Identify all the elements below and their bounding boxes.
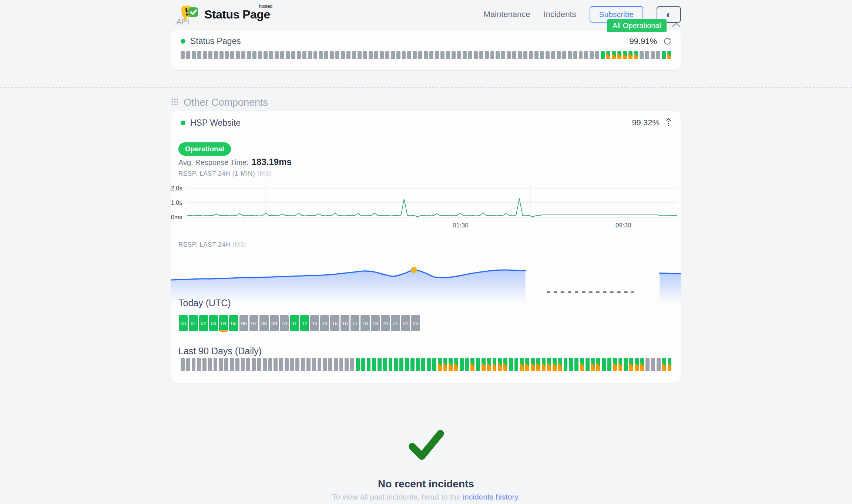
- hour-box-16[interactable]: 16: [341, 315, 349, 331]
- uptime-bar[interactable]: [454, 358, 458, 371]
- uptime-bar[interactable]: [542, 358, 546, 371]
- uptime-bar[interactable]: [219, 358, 223, 371]
- uptime-bar[interactable]: [514, 358, 519, 371]
- uptime-bar[interactable]: [463, 51, 467, 59]
- uptime-bar[interactable]: [569, 358, 573, 371]
- uptime-bar[interactable]: [394, 358, 398, 371]
- uptime-bar[interactable]: [468, 51, 472, 59]
- uptime-bar[interactable]: [662, 358, 666, 371]
- uptime-bar[interactable]: [503, 358, 507, 371]
- uptime-bar[interactable]: [435, 51, 439, 59]
- uptime-bar[interactable]: [440, 51, 445, 59]
- uptime-bar[interactable]: [263, 358, 267, 371]
- uptime-bar[interactable]: [457, 51, 461, 59]
- hour-box-00[interactable]: 00: [179, 315, 188, 331]
- hour-box-06[interactable]: 06: [239, 315, 248, 331]
- uptime-bar[interactable]: [186, 51, 190, 59]
- uptime-bar[interactable]: [219, 51, 224, 59]
- uptime-bar[interactable]: [512, 51, 516, 59]
- uptime-bar[interactable]: [416, 358, 420, 371]
- nav-incidents[interactable]: Incidents: [544, 10, 576, 19]
- uptime-bar[interactable]: [297, 51, 301, 59]
- uptime-bar[interactable]: [361, 358, 365, 371]
- uptime-bar[interactable]: [606, 51, 610, 59]
- uptime-bar[interactable]: [275, 51, 279, 59]
- uptime-bar[interactable]: [476, 358, 480, 371]
- uptime-bar[interactable]: [181, 51, 185, 59]
- uptime-bar[interactable]: [192, 358, 196, 371]
- uptime-bar[interactable]: [574, 358, 578, 371]
- collapse-up-icon[interactable]: [666, 118, 671, 128]
- uptime-bar[interactable]: [247, 51, 251, 59]
- uptime-bar[interactable]: [241, 51, 245, 59]
- uptime-bar[interactable]: [525, 358, 529, 371]
- uptime-bar[interactable]: [335, 51, 339, 59]
- uptime-bar[interactable]: [402, 51, 406, 59]
- uptime-bar[interactable]: [345, 358, 349, 371]
- hour-box-19[interactable]: 19: [371, 315, 380, 331]
- uptime-bar[interactable]: [235, 358, 239, 371]
- uptime-bar[interactable]: [308, 51, 312, 59]
- uptime-bar[interactable]: [551, 51, 555, 59]
- uptime-bar[interactable]: [558, 358, 562, 371]
- uptime-bar[interactable]: [602, 358, 606, 371]
- uptime-bar[interactable]: [410, 358, 415, 371]
- uptime-bar[interactable]: [628, 51, 633, 59]
- uptime-bar[interactable]: [374, 51, 378, 59]
- uptime-bar[interactable]: [580, 358, 584, 371]
- uptime-bar[interactable]: [474, 51, 478, 59]
- daily-response-chart[interactable]: [171, 253, 681, 305]
- uptime-bar[interactable]: [264, 51, 268, 59]
- hour-box-10[interactable]: 10: [280, 315, 289, 331]
- hour-box-17[interactable]: 17: [350, 315, 359, 331]
- hour-box-11[interactable]: 11: [290, 315, 299, 331]
- uptime-bar[interactable]: [470, 358, 474, 371]
- response-time-chart[interactable]: 2.0s1.0s0ms 01:3009:30: [171, 183, 681, 231]
- uptime-bar[interactable]: [286, 51, 290, 59]
- uptime-bar[interactable]: [352, 51, 356, 59]
- hour-box-20[interactable]: 20: [381, 315, 390, 331]
- uptime-bar[interactable]: [285, 358, 289, 371]
- uptime-bar[interactable]: [668, 358, 672, 371]
- uptime-bar[interactable]: [546, 51, 550, 59]
- uptime-bar[interactable]: [553, 358, 557, 371]
- hour-box-15[interactable]: 15: [330, 315, 339, 331]
- uptime-bar[interactable]: [645, 51, 649, 59]
- uptime-bar[interactable]: [562, 51, 566, 59]
- uptime-bar[interactable]: [651, 358, 655, 371]
- hour-box-21[interactable]: 21: [391, 315, 400, 331]
- refresh-icon[interactable]: [663, 37, 671, 45]
- chevron-up-icon[interactable]: [671, 22, 681, 29]
- uptime-bar[interactable]: [479, 51, 483, 59]
- hour-box-13[interactable]: 13: [310, 315, 319, 331]
- uptime-bar[interactable]: [667, 51, 671, 59]
- uptime-bar[interactable]: [586, 358, 590, 371]
- hour-box-14[interactable]: 14: [320, 315, 329, 331]
- uptime-bar[interactable]: [274, 358, 278, 371]
- uptime-bar[interactable]: [269, 51, 273, 59]
- uptime-bar[interactable]: [518, 51, 522, 59]
- uptime-bar[interactable]: [612, 51, 616, 59]
- uptime-bar[interactable]: [181, 358, 185, 371]
- hour-box-18[interactable]: 18: [360, 315, 369, 331]
- uptime-bar[interactable]: [634, 51, 638, 59]
- uptime-bar[interactable]: [380, 51, 384, 59]
- uptime-bar[interactable]: [378, 358, 382, 371]
- uptime-bar[interactable]: [399, 358, 403, 371]
- uptime-bar[interactable]: [498, 358, 502, 371]
- uptime-bar[interactable]: [623, 51, 627, 59]
- uptime-bar[interactable]: [531, 358, 535, 371]
- brand[interactable]: Status Page hosted: [181, 4, 270, 24]
- uptime-bar[interactable]: [363, 51, 367, 59]
- uptime-bar[interactable]: [290, 358, 294, 371]
- uptime-bar[interactable]: [656, 51, 660, 59]
- hour-box-01[interactable]: 01: [189, 315, 198, 331]
- uptime-bar[interactable]: [596, 358, 600, 371]
- uptime-bar[interactable]: [252, 358, 256, 371]
- uptime-bar[interactable]: [618, 358, 623, 371]
- hour-box-03[interactable]: 03: [209, 315, 218, 331]
- hour-box-08[interactable]: 08: [259, 315, 268, 331]
- uptime-bar[interactable]: [601, 51, 605, 59]
- hour-box-09[interactable]: 09: [270, 315, 279, 331]
- uptime-bar[interactable]: [557, 51, 561, 59]
